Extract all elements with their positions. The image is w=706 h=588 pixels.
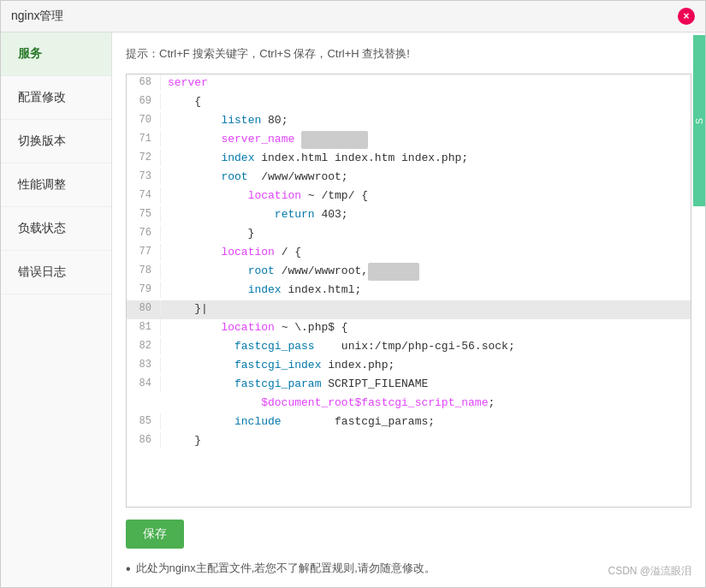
sidebar-item-service[interactable]: 服务 (1, 33, 111, 76)
hint-text: 提示：Ctrl+F 搜索关键字，Ctrl+S 保存，Ctrl+H 查找替换! (126, 43, 691, 65)
table-row: 85 include fastcgi_params; (127, 413, 691, 432)
sidebar-item-loadbalance[interactable]: 负载状态 (1, 207, 111, 251)
sidebar-item-config[interactable]: 配置修改 (1, 76, 111, 120)
table-row: 82 fastcgi_pass unix:/tmp/php-cgi-56.soc… (127, 338, 691, 357)
line-number: 77 (127, 244, 161, 260)
close-button[interactable]: × (678, 8, 695, 25)
table-row: 79 index index.html; (127, 282, 691, 300)
title-bar: nginx管理 × (1, 1, 705, 33)
table-row: $document_root$fastcgi_script_name; (127, 395, 691, 413)
table-row: 75 return 403; (127, 206, 691, 225)
table-row: 74 location ~ /tmp/ { (127, 187, 691, 206)
line-number: 71 (127, 131, 161, 147)
main-panel: 提示：Ctrl+F 搜索关键字，Ctrl+S 保存，Ctrl+H 查找替换! 6… (112, 33, 705, 587)
line-number: 68 (127, 74, 161, 91)
line-content: } (168, 432, 691, 450)
line-content: } (168, 225, 691, 243)
line-content: location / { (168, 244, 691, 262)
table-row: 83 fastcgi_index index.php; (127, 357, 691, 376)
line-content: include fastcgi_params; (168, 413, 691, 431)
line-content: fastcgi_param SCRIPT_FILENAME (168, 376, 691, 394)
table-row: 76 } (127, 225, 691, 244)
line-content: index index.html; (168, 282, 691, 300)
sidebar-item-errorlog[interactable]: 错误日志 (1, 251, 111, 294)
table-row: 77 location / { (127, 244, 691, 263)
table-row: 73 root /www/wwwroot; (127, 169, 691, 187)
table-row: 86 } (127, 432, 691, 451)
footer-note: 此处为nginx主配置文件,若您不了解配置规则,请勿随意修改。 (126, 561, 691, 577)
line-content: fastcgi_pass unix:/tmp/php-cgi-56.sock; (168, 338, 691, 356)
line-content: }| (168, 300, 691, 318)
sidebar-item-performance[interactable]: 性能调整 (1, 163, 111, 207)
line-number: 70 (127, 112, 161, 128)
line-content: return 403; (168, 206, 691, 224)
line-number: 75 (127, 206, 161, 223)
footer-note-text: 此处为nginx主配置文件,若您不了解配置规则,请勿随意修改。 (136, 561, 436, 576)
line-number: 76 (127, 225, 161, 241)
line-number: 72 (127, 150, 161, 166)
code-editor[interactable]: 68 server 69 { 70 listen 80; (127, 74, 691, 507)
table-row: 80 }| (127, 300, 691, 319)
table-row: 70 listen 80; (127, 112, 691, 131)
table-row: 78 root /www/wwwroot, (127, 263, 691, 282)
line-number: 69 (127, 93, 161, 110)
line-content: $document_root$fastcgi_script_name; (168, 395, 691, 413)
line-content: root /www/wwwroot; (168, 169, 691, 187)
actions-bar: 保存 (126, 516, 691, 552)
line-content: location ~ /tmp/ { (168, 187, 691, 205)
table-row: 68 server (127, 74, 691, 93)
line-content: location ~ \.php$ { (168, 319, 691, 337)
line-number: 74 (127, 187, 161, 204)
window-title: nginx管理 (11, 9, 63, 24)
table-row: 84 fastcgi_param SCRIPT_FILENAME (127, 376, 691, 395)
sidebar: 服务 配置修改 切换版本 性能调整 负载状态 错误日志 (1, 33, 112, 587)
line-number: 80 (127, 300, 161, 317)
table-row: 81 location ~ \.php$ { (127, 319, 691, 338)
line-content: server (168, 74, 691, 92)
line-number: 84 (127, 376, 161, 392)
table-row: 71 server_name (127, 131, 691, 150)
line-number: 82 (127, 338, 161, 354)
line-content: index index.html index.htm index.php; (168, 150, 691, 168)
line-content: root /www/wwwroot, (168, 263, 691, 281)
line-number: 78 (127, 263, 161, 279)
line-number: 79 (127, 282, 161, 298)
line-number: 83 (127, 357, 161, 373)
line-number: 86 (127, 432, 161, 448)
table-row: 69 { (127, 93, 691, 112)
line-content: server_name (168, 131, 691, 149)
right-bar-label: S (694, 116, 704, 124)
code-editor-wrapper: 68 server 69 { 70 listen 80; (126, 74, 691, 508)
content-area: 服务 配置修改 切换版本 性能调整 负载状态 错误日志 提示：Ctrl+F 搜索… (1, 33, 705, 587)
line-number: 73 (127, 169, 161, 185)
watermark: CSDN @溢流眼泪 (608, 564, 691, 579)
table-row: 72 index index.html index.htm index.php; (127, 150, 691, 169)
line-number: 81 (127, 319, 161, 336)
line-number: 85 (127, 413, 161, 430)
main-window: nginx管理 × 服务 配置修改 切换版本 性能调整 负载状态 错误日志 提示… (0, 0, 706, 588)
save-button[interactable]: 保存 (126, 520, 184, 549)
sidebar-item-version[interactable]: 切换版本 (1, 120, 111, 163)
line-content: fastcgi_index index.php; (168, 357, 691, 375)
line-content: { (168, 93, 691, 111)
line-content: listen 80; (168, 112, 691, 130)
right-edge-bar: S (693, 35, 705, 206)
